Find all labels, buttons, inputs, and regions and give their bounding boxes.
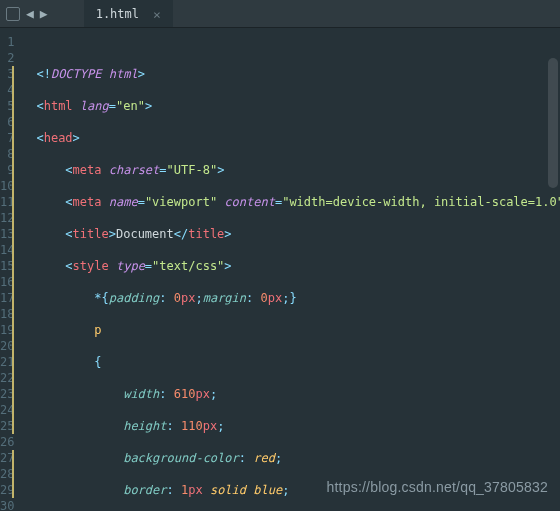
watermark: https://blog.csdn.net/qq_37805832 xyxy=(327,479,548,495)
line-number: 26 xyxy=(0,434,14,450)
code-area[interactable]: <!DOCTYPE html> <html lang="en"> <head> … xyxy=(24,28,560,511)
tab-file[interactable]: 1.html × xyxy=(84,0,173,27)
panel-toggle-icon[interactable] xyxy=(6,7,20,21)
line-number: 2 xyxy=(0,50,14,66)
nav-back-button[interactable]: ◀ xyxy=(26,6,34,21)
tab-label: 1.html xyxy=(96,7,139,21)
toolbar: ◀ ▶ 1.html × xyxy=(0,0,560,28)
close-icon[interactable]: × xyxy=(153,7,161,22)
scrollbar[interactable] xyxy=(548,58,558,188)
line-number: 1 xyxy=(0,34,14,50)
nav-forward-button[interactable]: ▶ xyxy=(40,6,48,21)
editor: 1234567891011121314151617181920212223242… xyxy=(0,28,560,511)
line-number: 30 xyxy=(0,498,14,511)
tab-bar: 1.html × xyxy=(84,0,173,27)
